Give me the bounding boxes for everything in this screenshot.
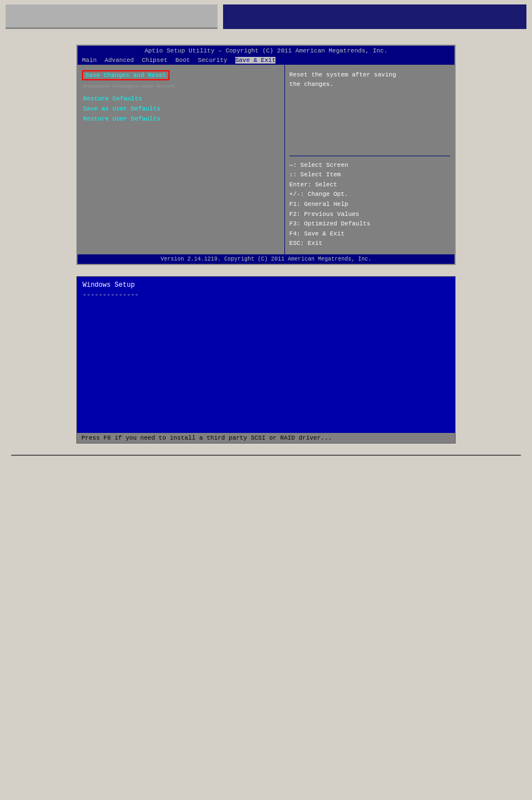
key-help-select-item: ↕: Select Item bbox=[289, 170, 450, 180]
page-content: Aptio Setup Utility – Copyright (C) 2011… bbox=[0, 33, 532, 467]
header-left-panel bbox=[6, 4, 217, 29]
bios-option-save-user-defaults[interactable]: Save as User Defaults bbox=[82, 105, 280, 113]
key-help-select-screen: ↔: Select Screen bbox=[289, 161, 450, 171]
key-help-f1: F1: General Help bbox=[289, 200, 450, 210]
key-help-f2: F2: Previous Values bbox=[289, 210, 450, 220]
bios-title-bar: Aptio Setup Utility – Copyright (C) 2011… bbox=[78, 46, 454, 56]
bios-key-help: ↔: Select Screen ↕: Select Item Enter: S… bbox=[289, 156, 450, 249]
windows-screen: Windows Setup -------------- Press F6 if… bbox=[76, 276, 456, 444]
bios-footer: Version 2.14.1219. Copyright (C) 2011 Am… bbox=[78, 254, 454, 264]
windows-setup-body bbox=[77, 305, 455, 438]
windows-setup-footer: Press F6 if you need to install a third … bbox=[77, 433, 455, 443]
bios-section: Aptio Setup Utility – Copyright (C) 2011… bbox=[11, 45, 521, 265]
key-help-esc: ESC: Exit bbox=[289, 239, 450, 249]
bottom-divider bbox=[11, 455, 521, 456]
bios-menu-security[interactable]: Security bbox=[198, 57, 228, 64]
windows-setup-title: Windows Setup bbox=[77, 277, 455, 291]
windows-section: Windows Setup -------------- Press F6 if… bbox=[11, 276, 521, 444]
key-help-f3: F3: Optimized Defaults bbox=[289, 219, 450, 229]
bios-help-text: Reset the system after savingthe changes… bbox=[289, 70, 450, 89]
bios-option-discard-reset[interactable]: Discard Changes and Reset bbox=[82, 83, 280, 90]
header-right-panel bbox=[223, 4, 526, 29]
bios-screen: Aptio Setup Utility – Copyright (C) 2011… bbox=[76, 45, 456, 265]
bios-option-save-reset[interactable]: Save Changes and Reset bbox=[82, 70, 170, 80]
bios-right-panel: Reset the system after savingthe changes… bbox=[285, 65, 454, 254]
bios-menu-main[interactable]: Main bbox=[82, 57, 96, 64]
bios-left-panel: Save Changes and Reset Discard Changes a… bbox=[78, 65, 285, 254]
bios-footer-text: Version 2.14.1219. Copyright (C) 2011 Am… bbox=[161, 256, 371, 262]
bios-option-restore-defaults[interactable]: Restore Defaults bbox=[82, 95, 280, 103]
bios-menu-chipset[interactable]: Chipset bbox=[142, 57, 167, 64]
top-header bbox=[0, 0, 532, 33]
key-help-enter: Enter: Select bbox=[289, 180, 450, 190]
bios-menu-bar[interactable]: Main Advanced Chipset Boot Security Save… bbox=[78, 56, 454, 65]
key-help-change-opt: +/-: Change Opt. bbox=[289, 190, 450, 200]
bios-option-restore-user-defaults[interactable]: Restore User Defaults bbox=[82, 115, 280, 123]
windows-setup-dashes: -------------- bbox=[77, 291, 455, 305]
bios-body: Save Changes and Reset Discard Changes a… bbox=[78, 65, 454, 254]
bios-menu-advanced[interactable]: Advanced bbox=[104, 57, 134, 64]
key-help-f4: F4: Save & Exit bbox=[289, 229, 450, 239]
bios-title-text: Aptio Setup Utility – Copyright (C) 2011… bbox=[144, 47, 388, 54]
bios-menu-boot[interactable]: Boot bbox=[175, 57, 190, 64]
bios-menu-save-exit[interactable]: Save & Exit bbox=[235, 57, 276, 64]
